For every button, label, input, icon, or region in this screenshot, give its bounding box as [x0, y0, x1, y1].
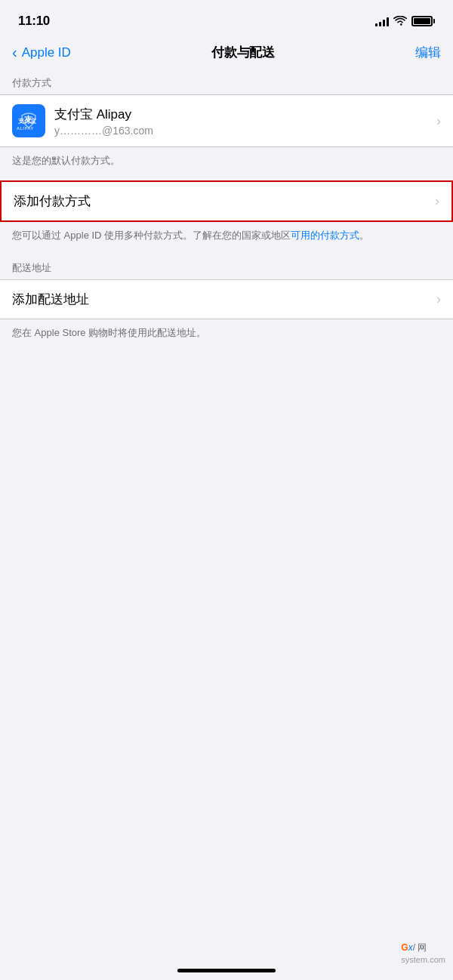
alipay-card: 支付宝 ALIPAY 支 支付宝 Alipay y…………@163.com ›	[0, 94, 453, 147]
delivery-note: 您在 Apple Store 购物时将使用此配送地址。	[0, 319, 453, 353]
status-bar: 11:10	[0, 0, 453, 38]
add-payment-card: 添加付款方式 ›	[0, 180, 453, 222]
back-label: Apple ID	[22, 45, 71, 60]
alipay-row[interactable]: 支付宝 ALIPAY 支 支付宝 Alipay y…………@163.com ›	[0, 95, 453, 146]
payment-section-label: 付款方式	[0, 70, 453, 94]
alipay-email: y…………@163.com	[54, 125, 436, 137]
wifi-icon	[393, 16, 407, 26]
back-button[interactable]: ‹ Apple ID	[12, 44, 71, 61]
status-time: 11:10	[18, 14, 50, 29]
battery-icon	[411, 16, 435, 26]
status-icons	[375, 16, 435, 26]
add-payment-chevron-icon: ›	[435, 193, 439, 209]
svg-text:ALIPAY: ALIPAY	[17, 126, 34, 131]
page-title: 付款与配送	[211, 44, 275, 61]
delivery-section-label: 配送地址	[0, 255, 453, 279]
add-payment-label: 添加付款方式	[14, 193, 91, 210]
chevron-left-icon: ‹	[12, 44, 17, 61]
alipay-name: 支付宝 Alipay	[54, 106, 436, 123]
svg-text:支: 支	[23, 115, 33, 124]
edit-button[interactable]: 编辑	[415, 44, 441, 61]
payment-info: 支付宝 Alipay y…………@163.com	[54, 106, 436, 137]
home-indicator	[177, 969, 276, 972]
default-payment-note: 这是您的默认付款方式。	[0, 147, 453, 180]
available-text-before: 您可以通过 Apple ID 使用多种付款方式。了解在您的国家或地区	[12, 230, 291, 241]
add-delivery-label: 添加配送地址	[12, 291, 89, 308]
add-delivery-row[interactable]: 添加配送地址 ›	[0, 280, 453, 319]
available-link[interactable]: 可用的付款方式	[291, 230, 359, 241]
add-delivery-chevron-icon: ›	[436, 291, 441, 307]
delivery-card: 添加配送地址 ›	[0, 279, 453, 319]
chevron-right-icon: ›	[436, 113, 441, 129]
alipay-icon: 支付宝 ALIPAY 支	[12, 104, 45, 137]
available-text-after: 。	[359, 230, 369, 241]
add-payment-row[interactable]: 添加付款方式 ›	[2, 182, 451, 220]
nav-bar: ‹ Apple ID 付款与配送 编辑	[0, 38, 453, 70]
watermark: Gx/ 网 system.com	[401, 941, 445, 965]
available-payment-text: 您可以通过 Apple ID 使用多种付款方式。了解在您的国家或地区可用的付款方…	[0, 222, 453, 256]
signal-icon	[375, 16, 389, 26]
